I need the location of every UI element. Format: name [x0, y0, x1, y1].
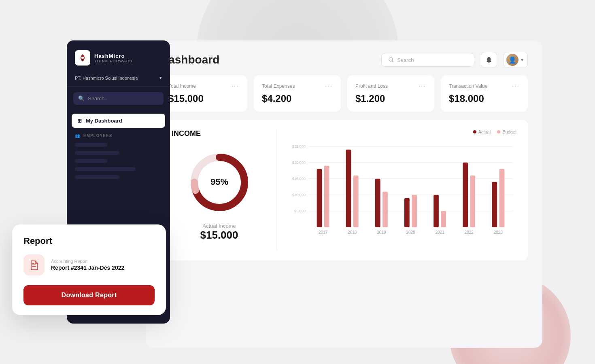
income-right: Actual Budget $25.000$20.000$15.000$10.0… [277, 129, 516, 251]
header-search-input[interactable] [397, 57, 468, 63]
svg-text:$5.000: $5.000 [294, 209, 306, 213]
kpi-value-0: $15.000 [168, 93, 239, 104]
income-section: INCOME 95% Actual Income $15.000 [160, 120, 528, 260]
legend-actual-dot [473, 130, 476, 133]
svg-rect-26 [412, 195, 417, 227]
sidebar-skeleton-3 [75, 159, 107, 163]
svg-rect-23 [382, 192, 388, 227]
kpi-card-3: Transaction Value ··· $18.000 [441, 75, 528, 112]
header-search-box[interactable] [381, 53, 474, 67]
dashboard-icon: ⊞ [77, 118, 82, 124]
svg-rect-22 [375, 179, 380, 227]
svg-point-0 [81, 57, 84, 59]
legend-actual: Actual [473, 129, 491, 134]
report-name: Report #2341 Jan-Des 2022 [51, 265, 124, 271]
kpi-card-0: Total Income ··· $15.000 [160, 75, 247, 112]
svg-rect-28 [434, 195, 439, 227]
user-avatar-button[interactable]: 👤 ▾ [504, 52, 528, 68]
search-icon [388, 57, 394, 63]
sidebar-logo: HashMicro THINK FORWARD [67, 40, 170, 72]
svg-text:$25.000: $25.000 [292, 144, 306, 148]
avatar-chevron-icon: ▾ [521, 57, 523, 63]
kpi-more-1[interactable]: ··· [325, 83, 333, 90]
income-actual-value: $15.000 [172, 229, 267, 241]
kpi-row: Total Income ··· $15.000 Total Expenses … [146, 75, 542, 120]
report-type: Accounting Report [51, 259, 124, 264]
sidebar-search-icon: 🔍 [78, 95, 85, 102]
income-left: INCOME 95% Actual Income $15.000 [172, 129, 277, 251]
sidebar-item-my-dashboard[interactable]: ⊞ My Dashboard [72, 114, 165, 128]
svg-rect-31 [463, 163, 468, 227]
notification-button[interactable] [481, 52, 497, 68]
svg-text:$15.000: $15.000 [292, 177, 306, 181]
legend-budget: Budget [497, 129, 516, 134]
kpi-card-1: Total Expenses ··· $4.200 [254, 75, 341, 112]
svg-rect-20 [353, 176, 359, 227]
sidebar-skeleton-5 [75, 175, 119, 179]
logo-text: HashMicro THINK FORWARD [94, 53, 133, 63]
logo-tagline: THINK FORWARD [94, 59, 133, 63]
report-info: Accounting Report Report #2341 Jan-Des 2… [51, 259, 124, 271]
svg-text:2018: 2018 [348, 230, 357, 235]
income-actual-label: Actual Income [172, 223, 267, 229]
svg-text:$10.000: $10.000 [292, 193, 306, 197]
svg-text:2020: 2020 [406, 230, 415, 235]
legend-budget-label: Budget [502, 129, 516, 134]
svg-rect-34 [492, 182, 497, 227]
svg-point-2 [489, 62, 490, 63]
kpi-more-3[interactable]: ··· [512, 83, 520, 90]
legend-actual-label: Actual [478, 129, 491, 134]
document-icon [29, 260, 39, 270]
svg-rect-32 [470, 176, 475, 227]
dashboard-header: Dashboard 👤 [146, 40, 542, 75]
report-item: Accounting Report Report #2341 Jan-Des 2… [23, 254, 155, 275]
sidebar-search-box[interactable]: 🔍 [73, 92, 164, 105]
kpi-more-0[interactable]: ··· [232, 83, 239, 90]
legend-budget-dot [497, 130, 500, 133]
dashboard-panel: Dashboard 👤 [146, 40, 542, 348]
logo-brand: HashMicro [94, 53, 133, 59]
sidebar-search-input[interactable] [88, 95, 159, 102]
svg-text:2017: 2017 [319, 230, 328, 235]
svg-text:2019: 2019 [377, 230, 386, 235]
sidebar-skeleton-2 [75, 151, 119, 155]
kpi-label-1: Total Expenses [262, 83, 295, 89]
donut-percent-text: 95% [210, 177, 228, 187]
kpi-value-2: $1.200 [355, 93, 426, 104]
sidebar-company[interactable]: PT. Hashmicro Solusi Indonesia ▾ [67, 72, 170, 87]
sidebar-active-label: My Dashboard [86, 118, 122, 124]
chart-legend: Actual Budget [288, 129, 516, 134]
svg-rect-25 [404, 198, 410, 227]
income-title: INCOME [172, 129, 267, 138]
svg-rect-35 [499, 169, 505, 227]
kpi-more-2[interactable]: ··· [419, 83, 426, 90]
svg-text:$20.000: $20.000 [292, 161, 306, 165]
svg-rect-19 [346, 150, 351, 227]
sidebar-menu: ⊞ My Dashboard 👥 EMPLOYEES [67, 110, 170, 183]
avatar-face: 👤 [508, 56, 516, 64]
kpi-card-2: Profit and Loss ··· $1.200 [347, 75, 434, 112]
sidebar-company-name: PT. Hashmicro Solusi Indonesia [75, 76, 138, 80]
report-popup-title: Report [23, 236, 155, 246]
svg-text:2023: 2023 [494, 230, 503, 235]
donut-container: 95% [172, 150, 267, 215]
kpi-label-0: Total Income [168, 83, 196, 89]
chevron-down-icon: ▾ [159, 75, 162, 80]
svg-rect-16 [317, 169, 322, 227]
employees-icon: 👥 [75, 133, 80, 138]
report-popup: Report Accounting Report Report #2341 Ja… [12, 224, 166, 315]
sidebar-skeleton-1 [75, 143, 107, 147]
svg-text:2022: 2022 [465, 230, 474, 235]
kpi-label-3: Transaction Value [449, 83, 487, 89]
bar-chart: $25.000$20.000$15.000$10.000$5.000201720… [288, 138, 516, 251]
svg-text:2021: 2021 [435, 230, 444, 235]
sidebar-skeleton-4 [75, 167, 136, 171]
svg-rect-17 [324, 166, 329, 227]
bell-icon [485, 56, 493, 63]
download-report-button[interactable]: Download Report [23, 285, 155, 305]
avatar: 👤 [506, 54, 518, 66]
kpi-value-3: $18.000 [449, 93, 520, 104]
logo-icon [75, 50, 90, 66]
sidebar-section-employees: 👥 EMPLOYEES [67, 129, 170, 140]
sidebar-section-label: EMPLOYEES [83, 133, 112, 138]
